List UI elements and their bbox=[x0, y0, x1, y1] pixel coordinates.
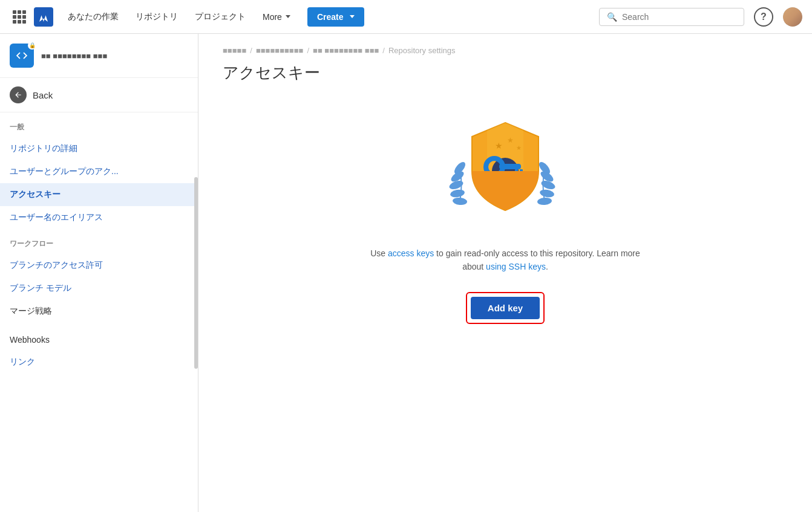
sidebar-item-username-alias[interactable]: ユーザー名のエイリアス bbox=[0, 206, 198, 229]
svg-text:★: ★ bbox=[507, 136, 514, 144]
svg-point-8 bbox=[539, 189, 555, 198]
sidebar-item-users-groups[interactable]: ユーザーとグループのアク... bbox=[0, 160, 198, 183]
breadcrumb: ■■■■■ / ■■■■■■■■■■ / ■■ ■■■■■■■■ ■■■ / R… bbox=[223, 46, 788, 55]
sidebar: 🔒 ■■ ■■■■■■■■ ■■■ Back 一般 リポジトリの詳細 ユーザーと… bbox=[0, 34, 198, 512]
sidebar-item-merge-strategy[interactable]: マージ戦略 bbox=[0, 300, 198, 323]
svg-text:★: ★ bbox=[495, 141, 503, 151]
sidebar-scrollbar-thumb bbox=[194, 177, 198, 368]
back-label: Back bbox=[33, 90, 53, 100]
back-arrow-icon bbox=[10, 86, 27, 103]
avatar-image bbox=[783, 7, 802, 27]
top-navigation: あなたの作業 リポジトリ プロジェクト More Create 🔍 ? bbox=[0, 0, 812, 34]
breadcrumb-1: ■■■■■ bbox=[223, 46, 246, 55]
main-content: ■■■■■ / ■■■■■■■■■■ / ■■ ■■■■■■■■ ■■■ / R… bbox=[198, 34, 812, 512]
arrow-left-icon bbox=[14, 91, 22, 99]
sidebar-item-access-keys[interactable]: アクセスキー bbox=[0, 183, 198, 206]
breadcrumb-3: ■■ ■■■■■■■■ ■■■ bbox=[313, 46, 379, 55]
nav-links: あなたの作業 リポジトリ プロジェクト More bbox=[61, 7, 298, 27]
shield-illustration: ★ ★ ★ bbox=[445, 108, 566, 228]
nav-projects[interactable]: プロジェクト bbox=[188, 7, 253, 27]
repo-name: ■■ ■■■■■■■■ ■■■ bbox=[41, 51, 107, 60]
page-layout: 🔒 ■■ ■■■■■■■■ ■■■ Back 一般 リポジトリの詳細 ユーザーと… bbox=[0, 34, 812, 512]
user-avatar[interactable] bbox=[783, 7, 802, 27]
grid-icon bbox=[13, 10, 26, 24]
create-button[interactable]: Create bbox=[307, 7, 364, 27]
description-text: Use access keys to gain read-only access… bbox=[223, 247, 788, 274]
breadcrumb-4: Repository settings bbox=[388, 46, 456, 55]
sidebar-header: 🔒 ■■ ■■■■■■■■ ■■■ bbox=[0, 34, 198, 78]
search-icon: 🔍 bbox=[607, 12, 617, 22]
add-key-button[interactable]: Add key bbox=[471, 297, 540, 319]
access-keys-link[interactable]: access keys bbox=[388, 248, 434, 258]
more-chevron-icon bbox=[286, 15, 290, 18]
svg-rect-15 bbox=[499, 164, 521, 169]
sidebar-item-links[interactable]: リンク bbox=[0, 351, 198, 374]
sidebar-item-branch-model[interactable]: ブランチ モデル bbox=[0, 277, 198, 300]
search-input[interactable] bbox=[622, 12, 719, 22]
shield-svg: ★ ★ ★ bbox=[445, 108, 566, 228]
code-icon bbox=[15, 49, 28, 62]
help-button[interactable]: ? bbox=[754, 7, 773, 27]
sidebar-scrollbar[interactable] bbox=[194, 34, 198, 512]
workflow-section-label: ワークフロー bbox=[0, 229, 198, 254]
back-button[interactable]: Back bbox=[0, 78, 198, 112]
page-title: アクセスキー bbox=[223, 62, 788, 83]
lock-icon: 🔒 bbox=[28, 41, 36, 50]
svg-point-3 bbox=[450, 189, 465, 198]
nav-your-work[interactable]: あなたの作業 bbox=[61, 7, 126, 27]
nav-more[interactable]: More bbox=[255, 7, 298, 27]
breadcrumb-2: ■■■■■■■■■■ bbox=[256, 46, 304, 55]
general-section-label: 一般 bbox=[0, 112, 198, 137]
add-key-area: Add key bbox=[223, 292, 788, 324]
sidebar-item-webhooks[interactable]: Webhooks bbox=[0, 329, 198, 351]
ssh-keys-link[interactable]: using SSH keys bbox=[486, 262, 546, 271]
repo-icon: 🔒 bbox=[10, 44, 34, 68]
svg-text:★: ★ bbox=[516, 144, 522, 151]
create-chevron-icon bbox=[350, 15, 355, 18]
gitlab-logo-icon bbox=[38, 11, 50, 23]
search-box[interactable]: 🔍 bbox=[599, 8, 744, 26]
sidebar-item-branch-access[interactable]: ブランチのアクセス許可 bbox=[0, 254, 198, 277]
add-key-highlight-border: Add key bbox=[466, 292, 545, 324]
gitlab-logo[interactable] bbox=[34, 7, 53, 27]
illustration-area: ★ ★ ★ bbox=[223, 108, 788, 228]
sidebar-item-repo-details[interactable]: リポジトリの詳細 bbox=[0, 137, 198, 160]
grid-menu-button[interactable] bbox=[10, 7, 29, 27]
nav-repository[interactable]: リポジトリ bbox=[128, 7, 185, 27]
